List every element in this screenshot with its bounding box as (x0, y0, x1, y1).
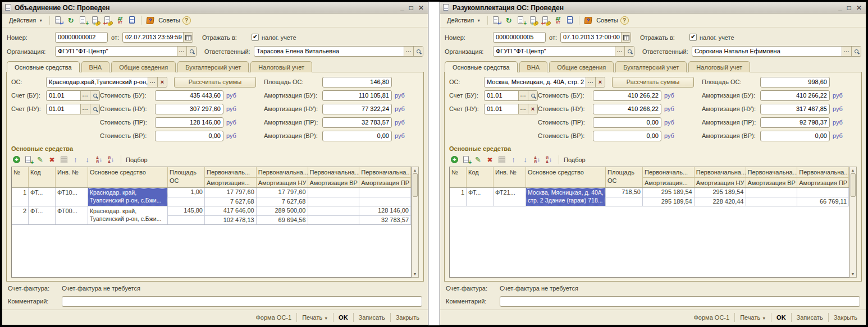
finish-edit-icon[interactable] (496, 155, 507, 165)
maximize-button[interactable]: □ (409, 4, 413, 12)
unpost-document-icon[interactable]: ↩ (540, 15, 551, 26)
responsible-field[interactable]: Тарасова Елена Витальевна... (254, 46, 423, 57)
clear-icon[interactable]: × (157, 77, 167, 87)
table-row[interactable]: 2 ФТ... ФТ00... Краснодар. край, Туапсин… (12, 206, 411, 225)
lookup-icon[interactable] (528, 91, 537, 100)
journal-icon[interactable] (565, 15, 576, 26)
account-bu-field[interactable]: 01.01... (46, 90, 100, 101)
sort-desc-icon[interactable]: ЯА↓ (106, 155, 116, 165)
organization-field[interactable]: ФГУП "ФТ-Центр"... (493, 46, 634, 57)
close-window-button[interactable]: Закрыть (391, 312, 424, 323)
amort-pr-field[interactable]: 92 798,37 (760, 117, 830, 128)
comment-input[interactable] (62, 296, 422, 307)
selected-cell[interactable]: Краснодар. край, Туапсинский р-он, с.Бжи… (88, 188, 168, 206)
scroll-thumb[interactable] (851, 173, 856, 197)
edit-row-icon[interactable]: ✎ (473, 155, 483, 165)
cost-bu-field[interactable]: 410 266,22 (593, 90, 661, 101)
cost-pr-field[interactable]: 0,00 (593, 117, 661, 128)
calendar-icon[interactable] (183, 33, 193, 42)
form-os1-button[interactable]: Форма ОС-1 (689, 312, 735, 323)
choose-button[interactable]: ... (518, 91, 528, 100)
pick-button[interactable]: Подбор (559, 155, 590, 164)
move-down-icon[interactable]: ↓ (82, 155, 93, 165)
cost-nu-field[interactable]: 410 266,22 (593, 104, 661, 114)
save-button[interactable]: Записать (792, 312, 828, 323)
vertical-scrollbar[interactable]: ▲ ▼ (412, 167, 419, 278)
choose-button[interactable]: ... (80, 91, 90, 100)
tab-fixed-assets[interactable]: Основные средства (7, 61, 80, 72)
choose-button[interactable]: ... (586, 77, 595, 87)
account-nu-field[interactable]: 01.01... (46, 104, 100, 114)
choose-button[interactable]: ... (80, 104, 90, 114)
clear-icon[interactable]: × (528, 104, 537, 114)
amort-pr-field[interactable]: 32 783,57 (322, 117, 392, 128)
titlebar[interactable]: Разукомплектация ОС: Проведен _ □ ✕ (440, 2, 866, 13)
move-up-icon[interactable]: ↑ (508, 155, 519, 165)
unpost-document-icon[interactable]: ↩ (102, 15, 113, 26)
close-button[interactable]: ✕ (418, 4, 424, 12)
scroll-up-icon[interactable]: ▲ (413, 168, 417, 173)
table-row[interactable]: 1 ФТ... ФТ21... Москва, Мясницкая, д. 40… (450, 188, 849, 206)
amort-vr-field[interactable]: 0,00 (322, 131, 392, 141)
tab-tax[interactable]: Налоговый учет (250, 61, 312, 72)
scroll-up-icon[interactable]: ▲ (851, 168, 855, 173)
dtkt-postings-icon[interactable]: ДтКт (115, 15, 126, 26)
help-icon[interactable]: ? (620, 16, 629, 25)
cost-bu-field[interactable]: 435 443,60 (155, 90, 223, 101)
area-field[interactable]: 146,80 (322, 77, 392, 87)
choose-button[interactable]: ... (518, 104, 528, 114)
copy-row-icon[interactable]: + (461, 155, 472, 165)
copy-row-icon[interactable]: + (23, 155, 34, 165)
calculate-sums-button[interactable]: Рассчитать суммы (174, 77, 256, 87)
tab-vna[interactable]: ВНА (81, 61, 110, 72)
close-window-button[interactable]: Закрыть (829, 312, 862, 323)
organization-field[interactable]: ФГУП "ФТ-Центр"... (55, 46, 197, 57)
sort-asc-icon[interactable]: АЯ↓ (532, 155, 542, 165)
amort-bu-field[interactable]: 410 266,22 (760, 90, 830, 101)
tips-label[interactable]: Советы (596, 17, 618, 24)
calculate-sums-button[interactable]: Рассчитать суммы (612, 77, 694, 87)
post-document-icon[interactable]: ↓ (528, 15, 539, 26)
choose-button[interactable]: ... (148, 77, 157, 87)
lookup-icon[interactable] (186, 47, 196, 56)
date-field[interactable]: 02.07.2013 23:59:59 (122, 32, 193, 43)
tab-tax[interactable]: Налоговый учет (688, 61, 750, 72)
amort-nu-field[interactable]: 317 467,85 (760, 104, 830, 114)
copy-add-icon[interactable]: + (77, 15, 89, 26)
actions-menu-button[interactable]: Действия▼ (4, 15, 47, 25)
scroll-down-icon[interactable]: ▼ (413, 271, 417, 277)
print-button[interactable]: Печать▼ (735, 312, 771, 323)
number-field[interactable]: 00000000002 (55, 32, 108, 43)
save-button[interactable]: Записать (354, 312, 390, 323)
account-nu-field[interactable]: 01.01...× (484, 104, 538, 114)
print-button[interactable]: Печать▼ (297, 312, 333, 323)
tab-vna[interactable]: ВНА (519, 61, 548, 72)
choose-button[interactable]: ... (615, 47, 624, 56)
tax-accounting-checkbox[interactable] (252, 34, 259, 41)
choose-button[interactable]: ... (842, 47, 851, 56)
tips-label[interactable]: Советы (158, 17, 180, 24)
os-field[interactable]: Краснодар.край,Туапсинский р-он,с...× (46, 77, 167, 87)
amort-vr-field[interactable]: 0,00 (760, 131, 830, 141)
minimize-button[interactable]: _ (838, 4, 842, 12)
table-header[interactable]: № Код Инв. № Основное средство Площадь О… (12, 167, 411, 188)
selected-cell[interactable]: Москва, Мясницкая, д. 40А, стр. 2 Здание… (526, 188, 606, 206)
lookup-icon[interactable] (851, 47, 861, 56)
ok-button[interactable]: OK (771, 312, 791, 323)
refresh-icon[interactable]: ↻ (65, 15, 76, 26)
tab-accounting[interactable]: Бухгалтерский учет (615, 61, 687, 72)
table-row[interactable]: 1 ФТ... ФТ10... Краснодар. край, Туапсин… (12, 188, 411, 206)
clear-icon[interactable]: × (595, 77, 605, 87)
tips-icon[interactable]: ? (144, 15, 156, 26)
post-document-icon[interactable]: ↓ (90, 15, 101, 26)
move-down-icon[interactable]: ↓ (520, 155, 531, 165)
sort-asc-icon[interactable]: АЯ↓ (94, 155, 104, 165)
ok-button[interactable]: OK (334, 312, 353, 323)
number-field[interactable]: 00000000005 (493, 32, 546, 43)
edit-row-icon[interactable]: ✎ (35, 155, 45, 165)
lookup-icon[interactable] (413, 47, 423, 56)
help-icon[interactable]: ? (182, 16, 191, 25)
sort-desc-icon[interactable]: ЯА↓ (543, 155, 554, 165)
cost-pr-field[interactable]: 128 146,00 (155, 117, 223, 128)
write-document-icon[interactable]: ↵ (491, 15, 502, 26)
